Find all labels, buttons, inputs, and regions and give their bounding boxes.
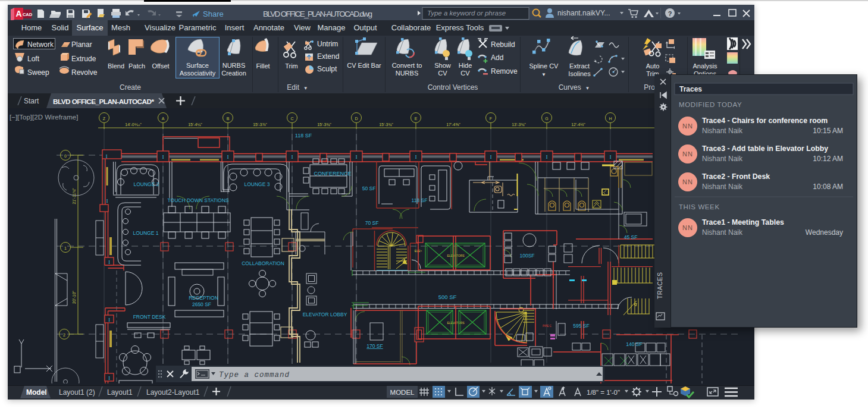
svg-text:21'-11¾": 21'-11¾" [72, 188, 76, 205]
svg-text:2: 2 [63, 333, 65, 337]
svg-text:Type a command: Type a command [219, 371, 290, 379]
svg-text:COLLABORATION: COLLABORATION [242, 260, 284, 266]
svg-text:FRONT DESK: FRONT DESK [133, 314, 166, 320]
svg-text:I: I [415, 155, 417, 160]
svg-text:TRACES: TRACES [656, 272, 663, 299]
svg-text:13'-3¾": 13'-3¾" [512, 122, 526, 127]
svg-text:Start: Start [24, 97, 39, 105]
svg-text:1: 1 [64, 246, 67, 250]
svg-text:12'-4½": 12'-4½" [571, 122, 585, 127]
svg-text:I: I [356, 155, 358, 160]
svg-text:14'-0⅒": 14'-0⅒" [125, 122, 142, 127]
svg-text:NN: NN [682, 122, 693, 130]
svg-text:CAD: CAD [23, 12, 33, 17]
svg-text:H: H [609, 117, 612, 121]
svg-text:2650 SF: 2650 SF [192, 301, 211, 307]
svg-text:Trace1 - Meeting Tables: Trace1 - Meeting Tables [702, 218, 784, 227]
svg-text:NN: NN [682, 150, 693, 158]
svg-text:I: I [490, 155, 492, 160]
svg-text:nishant.naikVY...: nishant.naikVY... [557, 9, 610, 17]
svg-text:Z: Z [103, 117, 106, 121]
svg-text:Nishant Naik: Nishant Naik [702, 183, 743, 191]
svg-text:Traces: Traces [679, 85, 702, 93]
svg-text:LOUNGE 1: LOUNGE 1 [133, 230, 159, 236]
svg-text:Share: Share [203, 10, 224, 18]
svg-text:Layout1 (2): Layout1 (2) [59, 388, 95, 397]
svg-text:NN: NN [682, 178, 693, 185]
svg-text:I: I [227, 155, 229, 160]
svg-text:500 SF: 500 SF [438, 294, 457, 300]
svg-text:70 SF: 70 SF [365, 220, 379, 226]
svg-text:A: A [162, 117, 165, 121]
svg-text:0: 0 [64, 154, 67, 158]
svg-text:MODEL: MODEL [390, 389, 415, 396]
svg-text:I: I [546, 155, 548, 160]
svg-text:G: G [545, 117, 548, 121]
svg-text:Nishant Naik: Nishant Naik [702, 127, 743, 135]
svg-text:I: I [108, 260, 110, 265]
svg-text:45 SF: 45 SF [624, 234, 638, 240]
svg-text:1/8" = 1'-0": 1/8" = 1'-0" [587, 389, 620, 396]
svg-text:Trace2 - Front Desk: Trace2 - Front Desk [702, 172, 770, 181]
svg-text:I: I [292, 155, 293, 160]
svg-text:Model: Model [26, 388, 47, 397]
svg-text:I: I [106, 199, 108, 204]
svg-text:THIS WEEK: THIS WEEK [679, 203, 720, 210]
svg-text:TOUCH DOWN STATIONS: TOUCH DOWN STATIONS [168, 197, 229, 203]
svg-text:RECEPTION: RECEPTION [189, 295, 218, 301]
svg-text:118 SF: 118 SF [412, 197, 428, 203]
svg-text:[−][Top][2D Wireframe]: [−][Top][2D Wireframe] [10, 114, 78, 121]
svg-text:140 SF: 140 SF [626, 341, 642, 347]
svg-text:15'-3¾": 15'-3¾" [317, 122, 331, 127]
svg-text:50 SF: 50 SF [362, 185, 376, 191]
svg-text:D: D [355, 117, 358, 121]
svg-text:I: I [162, 155, 164, 160]
svg-text:Layout1: Layout1 [107, 388, 133, 397]
svg-text:I: I [610, 155, 612, 160]
svg-text:15'-3⅞": 15'-3⅞" [253, 122, 267, 127]
svg-text:Trace3 - Add table in Elevator: Trace3 - Add table in Elevator Lobby [702, 144, 828, 153]
svg-text:Nishant Naik: Nishant Naik [702, 228, 743, 237]
svg-text:170 SF: 170 SF [366, 343, 383, 349]
svg-text:I: I [108, 317, 110, 323]
svg-text:15'-4¼": 15'-4¼" [188, 122, 202, 127]
svg-text:BLVD OFFICE_PLAN-AUTOCAD.dwg: BLVD OFFICE_PLAN-AUTOCAD.dwg [263, 10, 372, 18]
svg-text:CONFERENCE: CONFERENCE [314, 171, 351, 177]
svg-text:?: ? [668, 10, 672, 17]
svg-text:10:15 AM: 10:15 AM [813, 127, 843, 135]
svg-text:100SF: 100SF [519, 253, 534, 259]
svg-text:NN: NN [682, 224, 693, 231]
svg-text:E: E [415, 117, 418, 121]
svg-text:Trace4 - Chairs for conference: Trace4 - Chairs for conference room [702, 117, 828, 125]
svg-text:Layout2-Layout1: Layout2-Layout1 [146, 388, 200, 397]
svg-text:118 SF: 118 SF [295, 133, 312, 139]
svg-text:C: C [290, 117, 293, 121]
svg-text:10:08 AM: 10:08 AM [813, 183, 843, 191]
svg-text:Type a keyword or phrase: Type a keyword or phrase [427, 10, 506, 17]
svg-text:MODIFIED TODAY: MODIFIED TODAY [679, 101, 742, 108]
svg-text:Wednesday: Wednesday [806, 228, 843, 237]
svg-text:LOUNGE 3: LOUNGE 3 [245, 181, 270, 187]
svg-text:Nishant Naik: Nishant Naik [702, 155, 743, 163]
svg-text:I: I [108, 376, 110, 381]
svg-text:I: I [106, 154, 108, 159]
svg-text:17'-4⅝": 17'-4⅝" [446, 122, 460, 127]
svg-text:15'-3¾": 15'-3¾" [379, 122, 393, 127]
svg-text:BLVD OFFICE_PLAN-AUTOCAD*: BLVD OFFICE_PLAN-AUTOCAD* [53, 98, 154, 106]
svg-text:PIPE C: PIPE C [543, 325, 552, 328]
svg-text:595 SF: 595 SF [573, 323, 589, 329]
svg-text:LOUNGE 2: LOUNGE 2 [134, 181, 159, 187]
svg-text:20'-10": 20'-10" [72, 291, 76, 304]
svg-text:F: F [490, 117, 492, 121]
svg-text:B: B [227, 117, 230, 121]
svg-text:10:12 AM: 10:12 AM [813, 155, 843, 163]
svg-text:A: A [15, 9, 21, 18]
svg-text:ELEVATOR LOBBY: ELEVATOR LOBBY [303, 312, 347, 317]
